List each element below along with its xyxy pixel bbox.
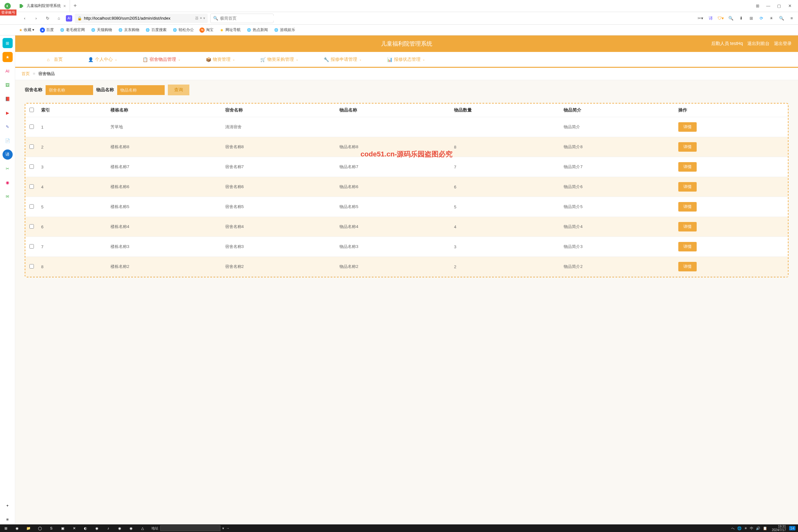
rail-ai-icon[interactable]: AI bbox=[2, 66, 13, 76]
rail-translate-icon[interactable]: 译 bbox=[2, 150, 13, 159]
rail-image-icon[interactable]: 🖼 bbox=[2, 80, 13, 90]
url-input[interactable] bbox=[84, 16, 193, 21]
baidu-icon: ● bbox=[40, 27, 45, 33]
rail-pdf-icon[interactable]: 📕 bbox=[2, 94, 13, 104]
logout-link[interactable]: 退出登录 bbox=[774, 41, 792, 46]
url-suffix[interactable]: 器 ✦ ▾ bbox=[195, 16, 205, 21]
bookmark-baidu[interactable]: ●百度 bbox=[40, 27, 54, 33]
nav-forward-icon[interactable]: › bbox=[32, 14, 40, 23]
shield-icon[interactable]: 🛡▾ bbox=[717, 15, 724, 22]
tab-favicon-icon bbox=[19, 3, 24, 8]
cell-desc: 物品简介2 bbox=[560, 257, 675, 277]
window-close-icon[interactable]: ✕ bbox=[785, 2, 794, 11]
row-checkbox[interactable] bbox=[30, 125, 34, 129]
rail-video-icon[interactable]: ▶ bbox=[2, 108, 13, 118]
breadcrumb-home[interactable]: 首页 bbox=[21, 71, 30, 76]
browser-search-input[interactable] bbox=[220, 16, 273, 21]
cell-dorm: 宿舍名称8 bbox=[222, 137, 337, 157]
bookmark-news[interactable]: 🌐热点新闻 bbox=[246, 27, 268, 33]
detail-button[interactable]: 详情 bbox=[678, 242, 697, 251]
bookmark-navsite[interactable]: ◉网址导航 bbox=[219, 27, 241, 33]
bookmark-taobao[interactable]: 淘淘宝 bbox=[200, 27, 213, 33]
rail-edit-icon[interactable]: ✎ bbox=[2, 121, 13, 132]
header-actions: 后勤人员 testHq 退出到前台 退出登录 bbox=[711, 41, 792, 46]
row-checkbox[interactable] bbox=[30, 164, 34, 169]
bookmark-jd[interactable]: 🌐京东购物 bbox=[118, 27, 139, 33]
breadcrumb: 首页 ≡ 宿舍物品 bbox=[15, 68, 798, 80]
select-all-checkbox[interactable] bbox=[30, 108, 34, 112]
rail-menu-icon[interactable]: ≡ bbox=[2, 514, 13, 525]
logout-front-link[interactable]: 退出到前台 bbox=[747, 41, 770, 46]
row-checkbox[interactable] bbox=[30, 224, 34, 229]
bookmark-games[interactable]: 🌐游戏娱乐 bbox=[273, 27, 295, 33]
table-row: 1 芳草地 清清宿舍 物品简介 详情 bbox=[25, 117, 788, 137]
user-info: 后勤人员 testHq bbox=[711, 41, 743, 46]
bookmark-baidusearch[interactable]: 🌐百度搜索 bbox=[145, 27, 167, 33]
row-checkbox[interactable] bbox=[30, 184, 34, 189]
row-checkbox[interactable] bbox=[30, 204, 34, 209]
apps-icon[interactable]: ⊞ bbox=[747, 15, 755, 22]
detail-button[interactable]: 详情 bbox=[678, 122, 697, 132]
nav-item-user[interactable]: 👤个人中心⌄ bbox=[88, 57, 117, 62]
cell-dorm: 宿舍名称6 bbox=[222, 177, 337, 197]
row-checkbox[interactable] bbox=[30, 264, 34, 268]
browser-tab-active[interactable]: 儿童福利院管理系统 × bbox=[15, 0, 70, 12]
bookmark-office[interactable]: 🌐轻松办公 bbox=[172, 27, 194, 33]
rail-star-icon[interactable]: ★ bbox=[2, 52, 13, 62]
detail-button[interactable]: 详情 bbox=[678, 262, 697, 271]
rail-weibo-icon[interactable]: ◉ bbox=[2, 177, 13, 188]
nav-item-wrench[interactable]: 🔧报修申请管理⌄ bbox=[324, 57, 362, 62]
menu-icon[interactable]: ≡ bbox=[788, 15, 796, 22]
nav-home-icon[interactable]: ⌂ bbox=[55, 14, 63, 23]
rail-scissors-icon[interactable]: ✂ bbox=[2, 164, 13, 173]
window-minimize-icon[interactable]: — bbox=[764, 2, 773, 11]
search-button[interactable]: 查询 bbox=[168, 84, 189, 95]
detail-button[interactable]: 详情 bbox=[678, 182, 697, 192]
detail-button[interactable]: 详情 bbox=[678, 202, 697, 211]
rail-add-icon[interactable]: + bbox=[2, 500, 13, 511]
globe-icon: 🌐 bbox=[118, 27, 123, 33]
search-label-dorm: 宿舍名称 bbox=[25, 87, 42, 93]
cell-index: 7 bbox=[38, 237, 107, 257]
ai-badge-icon[interactable]: AI bbox=[66, 15, 72, 21]
nav-back-icon[interactable]: ‹ bbox=[20, 14, 29, 23]
home-icon: ⌂ bbox=[47, 57, 52, 62]
detail-button[interactable]: 详情 bbox=[678, 222, 697, 231]
scissors-icon[interactable]: ✂▾ bbox=[697, 15, 704, 22]
nav-item-home[interactable]: ⌂首页 bbox=[47, 57, 63, 62]
cell-item: 物品名称6 bbox=[336, 177, 451, 197]
rail-plus-icon[interactable]: ⊞ bbox=[2, 38, 13, 48]
window-extension-icon[interactable]: ⊞ bbox=[753, 2, 762, 11]
detail-button[interactable]: 详情 bbox=[678, 162, 697, 172]
nav-item-box[interactable]: 📦物资管理⌄ bbox=[206, 57, 235, 62]
nav-item-file[interactable]: 📋宿舍物品管理⌄ bbox=[142, 57, 180, 62]
cell-desc: 物品简介8 bbox=[560, 137, 675, 157]
zoom-icon[interactable]: 🔍 bbox=[778, 15, 785, 22]
search-input-dorm[interactable] bbox=[45, 85, 93, 95]
refresh-icon[interactable]: ⟳ bbox=[758, 15, 765, 22]
detail-button[interactable]: 详情 bbox=[678, 142, 697, 152]
nav-item-status[interactable]: 📊报修状态管理⌄ bbox=[387, 57, 425, 62]
cart-icon: 🛒 bbox=[260, 57, 265, 62]
cell-index: 4 bbox=[38, 177, 107, 197]
new-tab-button[interactable]: + bbox=[70, 2, 80, 9]
row-checkbox[interactable] bbox=[30, 244, 34, 249]
row-checkbox[interactable] bbox=[30, 145, 34, 149]
address-bar[interactable]: 🔒 器 ✦ ▾ bbox=[75, 14, 208, 23]
login-badge[interactable]: 登录账号 bbox=[0, 10, 17, 16]
magnify-icon[interactable]: 🔍 bbox=[727, 15, 735, 22]
rail-doc-icon[interactable]: 📄 bbox=[2, 135, 13, 146]
bookmark-favorites[interactable]: ★收藏 ▾ bbox=[19, 27, 34, 33]
translate-icon[interactable]: 译 bbox=[707, 15, 715, 22]
window-maximize-icon[interactable]: ▢ bbox=[775, 2, 783, 11]
theme-icon[interactable]: ☀ bbox=[767, 15, 775, 22]
nav-reload-icon[interactable]: ↻ bbox=[43, 14, 52, 23]
search-input-item[interactable] bbox=[117, 85, 165, 95]
bookmark-tmall[interactable]: 🌐天猫购物 bbox=[91, 27, 112, 33]
rail-mail-icon[interactable]: ✉ bbox=[2, 191, 13, 202]
download-icon[interactable]: ⬇ bbox=[737, 15, 745, 22]
browser-search-bar[interactable]: 🔍 bbox=[210, 14, 273, 23]
tab-close-icon[interactable]: × bbox=[63, 3, 66, 8]
nav-item-cart[interactable]: 🛒物资采购管理⌄ bbox=[260, 57, 298, 62]
bookmark-laomaotao[interactable]: 🌐老毛桃官网 bbox=[59, 27, 85, 33]
